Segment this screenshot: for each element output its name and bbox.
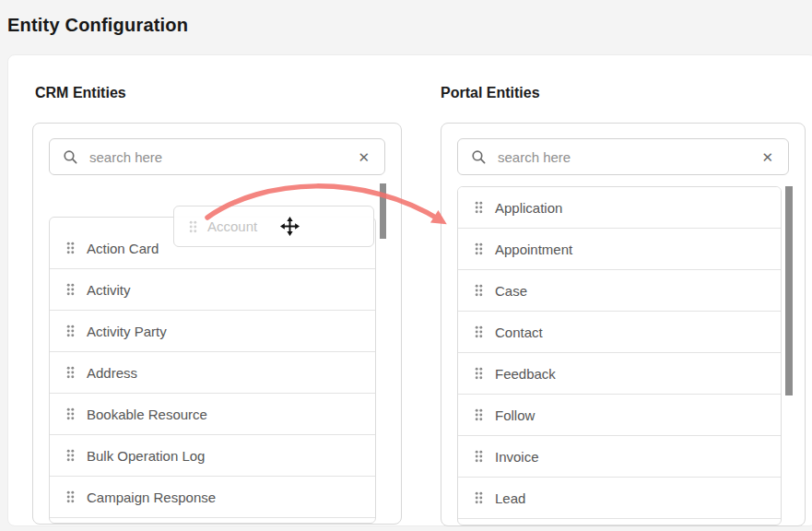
list-item-label: Application [495,200,562,216]
crm-list-item[interactable]: Activity [50,269,375,311]
drag-handle-icon[interactable] [66,449,75,462]
crm-list-item[interactable]: Bookable Resource [50,394,375,435]
entity-configuration-screen: Entity Configuration CRM Entities Portal… [0,0,812,531]
drag-handle-icon[interactable] [475,325,483,338]
portal-search-box: ✕ [457,138,789,175]
list-item-label: Appointment [495,242,572,257]
drag-handle-icon[interactable] [66,366,75,379]
drag-handle-icon[interactable] [475,201,483,214]
drag-handle-icon[interactable] [66,242,75,254]
content-card: CRM Entities Portal Entities ✕ Action [7,54,812,526]
portal-list-item[interactable]: Lead [458,478,781,519]
list-item-label: Invoice [495,449,539,465]
portal-entities-heading: Portal Entities [441,85,540,101]
portal-list-item[interactable]: Invoice [458,436,781,478]
page-title: Entity Configuration [7,15,188,36]
list-item-label: Action Card [87,241,159,256]
crm-list-item[interactable]: Activity Party [50,311,375,352]
list-item-label: Bulk Operation Log [87,448,205,464]
portal-list-item[interactable]: Follow [458,395,781,436]
list-item-label: Address [87,365,137,381]
drag-handle-icon[interactable] [475,242,483,255]
drag-handle-icon[interactable] [66,490,75,503]
crm-entity-list: Action Card Activity Activity Pa [49,217,376,524]
portal-list-item[interactable]: Feedback [458,353,781,395]
dragged-item-ghost[interactable]: Account [173,206,374,247]
clear-search-icon[interactable]: ✕ [758,148,777,166]
crm-list-item[interactable]: Campaign Response [50,477,375,518]
list-item-label: Bookable Resource [87,407,207,422]
drag-handle-icon[interactable] [475,491,483,504]
move-cursor-icon [280,217,300,236]
portal-entities-panel: ✕ Application Appoint [441,123,806,526]
drag-handle-icon[interactable] [66,407,75,420]
crm-search-input[interactable] [88,148,345,166]
list-item-label: Lead [495,490,525,506]
portal-entity-list: Application Appointment Case [457,186,782,525]
list-item-label: Case [495,283,527,299]
list-item-label: Campaign Response [87,490,216,505]
drag-handle-icon[interactable] [66,283,75,296]
search-icon [63,149,78,165]
drag-handle-icon[interactable] [475,284,483,297]
crm-entities-heading: CRM Entities [35,85,126,101]
crm-list-item[interactable]: Address [50,352,375,394]
list-item-label: Follow [495,407,535,423]
drag-handle-icon[interactable] [475,408,483,421]
portal-scrollbar-thumb[interactable] [785,186,793,395]
portal-list-item[interactable]: Appointment [458,229,781,270]
crm-list-scrollbar[interactable] [380,183,386,524]
list-item-label: Activity Party [87,324,167,339]
list-item-label: Contact [495,324,543,340]
list-item-label: Feedback [495,366,556,382]
portal-list-item[interactable]: Case [458,270,781,312]
crm-entities-panel: ✕ Action Card Activit [32,123,402,525]
drag-handle-icon[interactable] [66,324,75,337]
drag-handle-icon [189,220,197,233]
clear-search-icon[interactable]: ✕ [354,148,373,166]
crm-scrollbar-thumb[interactable] [380,183,386,239]
drag-handle-icon[interactable] [475,450,483,463]
portal-list-scrollbar[interactable] [785,186,793,525]
dragged-item-label: Account [207,218,257,234]
list-item-label: Activity [87,282,131,298]
portal-list-item[interactable]: Application [458,187,781,229]
search-icon [471,149,487,165]
portal-search-input[interactable] [496,148,748,166]
crm-list-item[interactable]: Bulk Operation Log [50,435,375,477]
portal-list-item[interactable]: Contact [458,312,781,353]
crm-search-box: ✕ [49,138,385,175]
drag-handle-icon[interactable] [475,367,483,380]
